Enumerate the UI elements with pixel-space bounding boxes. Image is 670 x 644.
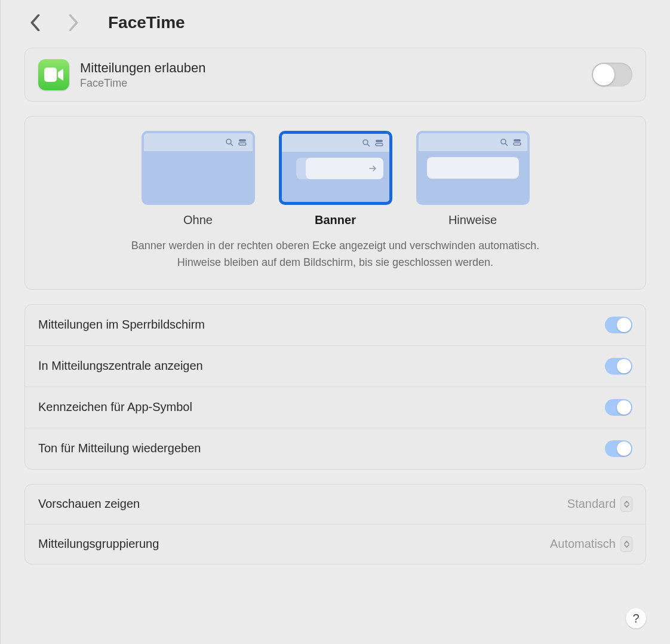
svg-point-5 xyxy=(363,140,368,145)
control-center-icon xyxy=(513,138,521,146)
help-button[interactable]: ? xyxy=(626,608,646,628)
label-badge: Kennzeichen für App-Symbol xyxy=(38,400,192,414)
alert-style-alert[interactable]: Hinweise xyxy=(416,131,530,227)
alert-style-banner[interactable]: Banner xyxy=(279,131,392,227)
svg-rect-4 xyxy=(239,143,246,145)
svg-point-9 xyxy=(501,139,506,144)
allow-notifications-toggle[interactable] xyxy=(592,63,632,87)
row-grouping: Mitteilungsgruppierung Automatisch xyxy=(25,525,646,564)
row-sound: Ton für Mitteilung wiedergeben xyxy=(25,428,646,469)
label-grouping: Mitteilungsgruppierung xyxy=(38,537,159,551)
allow-title: Mitteilungen erlauben xyxy=(80,60,581,76)
select-grouping[interactable]: Automatisch xyxy=(550,536,632,552)
chevron-left-icon xyxy=(30,14,41,31)
select-previews-value: Standard xyxy=(567,497,616,511)
svg-point-1 xyxy=(226,139,231,144)
svg-rect-0 xyxy=(44,68,57,82)
svg-rect-12 xyxy=(514,143,521,145)
alert-style-none-label: Ohne xyxy=(142,213,255,227)
display-options-panel: Vorschauen zeigen Standard Mitteilungsgr… xyxy=(24,484,646,565)
row-previews: Vorschauen zeigen Standard xyxy=(25,484,646,525)
toggle-sound[interactable] xyxy=(605,440,632,457)
alert-style-banner-label: Banner xyxy=(279,213,392,227)
alert-style-desc-1: Banner werden in der rechten oberen Ecke… xyxy=(61,238,610,254)
updown-icon xyxy=(620,536,632,552)
control-center-icon xyxy=(375,139,383,147)
notification-options-panel: Mitteilungen im Sperrbildschirm In Mitte… xyxy=(24,304,646,470)
updown-icon xyxy=(620,496,632,512)
select-grouping-value: Automatisch xyxy=(550,537,616,551)
svg-line-2 xyxy=(230,143,233,146)
forward-button[interactable] xyxy=(63,12,84,33)
row-lockscreen: Mitteilungen im Sperrbildschirm xyxy=(25,305,646,346)
svg-rect-8 xyxy=(376,143,383,146)
search-icon xyxy=(225,138,233,146)
allow-subtitle: FaceTime xyxy=(80,77,581,90)
svg-rect-11 xyxy=(514,139,521,142)
label-lockscreen: Mitteilungen im Sperrbildschirm xyxy=(38,318,205,332)
search-icon xyxy=(500,138,508,146)
svg-line-6 xyxy=(367,144,370,146)
help-icon: ? xyxy=(632,612,639,625)
search-icon xyxy=(362,139,370,147)
chevron-right-icon xyxy=(68,14,79,31)
allow-notifications-panel: Mitteilungen erlauben FaceTime xyxy=(24,48,646,102)
row-badge: Kennzeichen für App-Symbol xyxy=(25,387,646,428)
toggle-center[interactable] xyxy=(605,358,632,375)
back-button[interactable] xyxy=(24,12,46,33)
page-title: FaceTime xyxy=(108,13,185,32)
svg-rect-7 xyxy=(376,140,383,142)
facetime-app-icon xyxy=(38,59,69,90)
toggle-badge[interactable] xyxy=(605,399,632,416)
arrow-right-icon xyxy=(369,165,377,172)
control-center-icon xyxy=(238,138,247,146)
alert-style-desc-2: Hinweise bleiben auf dem Bildschirm, bis… xyxy=(61,254,610,271)
select-previews[interactable]: Standard xyxy=(567,496,632,512)
label-sound: Ton für Mitteilung wiedergeben xyxy=(38,441,201,455)
label-previews: Vorschauen zeigen xyxy=(38,497,140,511)
alert-style-alert-label: Hinweise xyxy=(416,213,530,227)
svg-line-10 xyxy=(505,143,508,146)
svg-rect-3 xyxy=(239,139,246,142)
alert-style-panel: Ohne Banner xyxy=(24,116,646,290)
toggle-lockscreen[interactable] xyxy=(605,317,632,333)
label-center: In Mitteilungszentrale anzeigen xyxy=(38,359,203,373)
row-center: In Mitteilungszentrale anzeigen xyxy=(25,346,646,387)
alert-style-none[interactable]: Ohne xyxy=(142,131,255,227)
